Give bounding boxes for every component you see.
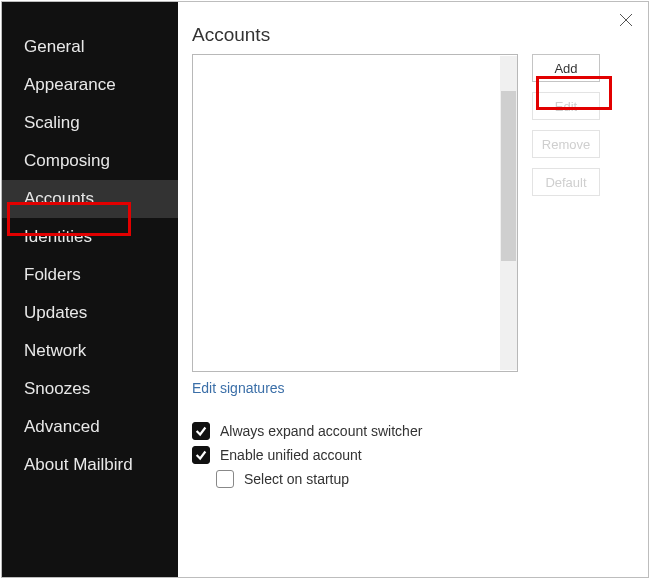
edit-signatures-link[interactable]: Edit signatures	[192, 380, 285, 396]
enable-unified-checkbox[interactable]	[192, 446, 210, 464]
option-label: Always expand account switcher	[220, 423, 422, 439]
sidebar-item-label: Identities	[24, 227, 92, 247]
edit-button: Edit	[532, 92, 600, 120]
sidebar-item-scaling[interactable]: Scaling	[2, 104, 178, 142]
sidebar-item-composing[interactable]: Composing	[2, 142, 178, 180]
close-icon[interactable]	[618, 12, 634, 28]
sidebar-item-accounts[interactable]: Accounts	[2, 180, 178, 218]
sidebar-item-label: Snoozes	[24, 379, 90, 399]
sidebar-item-label: About Mailbird	[24, 455, 133, 475]
always-expand-checkbox[interactable]	[192, 422, 210, 440]
select-on-startup-checkbox[interactable]	[216, 470, 234, 488]
remove-button: Remove	[532, 130, 600, 158]
default-button: Default	[532, 168, 600, 196]
sidebar-item-updates[interactable]: Updates	[2, 294, 178, 332]
main-panel: Accounts Add Edit Remove Default Edit si…	[178, 2, 648, 577]
sidebar-item-identities[interactable]: Identities	[2, 218, 178, 256]
sidebar-item-network[interactable]: Network	[2, 332, 178, 370]
sidebar-item-snoozes[interactable]: Snoozes	[2, 370, 178, 408]
sidebar-item-label: Scaling	[24, 113, 80, 133]
sidebar-item-label: Composing	[24, 151, 110, 171]
account-buttons: Add Edit Remove Default	[532, 54, 600, 196]
sidebar-item-label: Folders	[24, 265, 81, 285]
sidebar-item-label: Network	[24, 341, 86, 361]
add-button[interactable]: Add	[532, 54, 600, 82]
sidebar-item-general[interactable]: General	[2, 28, 178, 66]
sidebar-item-folders[interactable]: Folders	[2, 256, 178, 294]
sidebar-item-label: Advanced	[24, 417, 100, 437]
sidebar-item-label: Appearance	[24, 75, 116, 95]
settings-dialog: General Appearance Scaling Composing Acc…	[1, 1, 649, 578]
sidebar-item-label: General	[24, 37, 84, 57]
sidebar-item-label: Accounts	[24, 189, 94, 209]
option-label: Enable unified account	[220, 447, 362, 463]
sidebar: General Appearance Scaling Composing Acc…	[2, 2, 178, 577]
accounts-listbox[interactable]	[192, 54, 518, 372]
sidebar-item-advanced[interactable]: Advanced	[2, 408, 178, 446]
page-title: Accounts	[192, 24, 648, 46]
option-label: Select on startup	[244, 471, 349, 487]
scrollbar-thumb[interactable]	[501, 91, 516, 261]
scrollbar[interactable]	[500, 56, 517, 370]
sidebar-item-label: Updates	[24, 303, 87, 323]
sidebar-item-about[interactable]: About Mailbird	[2, 446, 178, 484]
options-group: Always expand account switcher Enable un…	[192, 419, 648, 491]
sidebar-item-appearance[interactable]: Appearance	[2, 66, 178, 104]
